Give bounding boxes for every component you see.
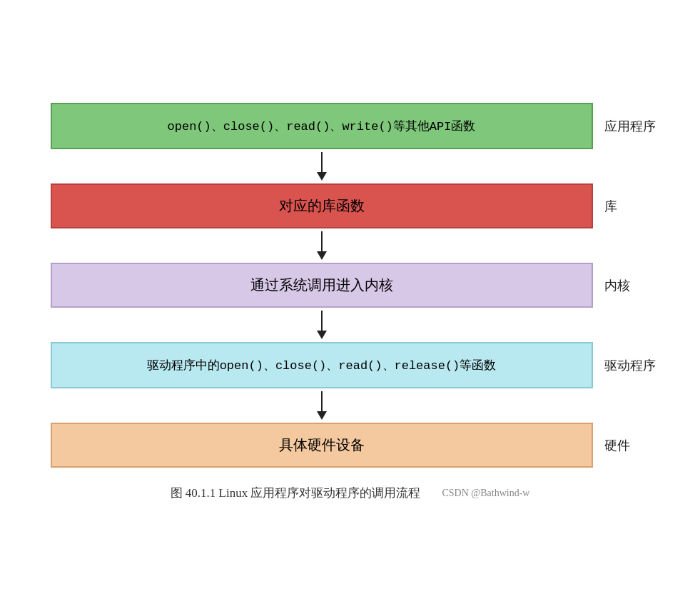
arrow-head-2 [317,251,327,260]
arrow-3 [29,308,671,342]
arrow-line-2 [321,231,323,251]
arrow-head-1 [317,172,327,181]
arrow-line-1 [321,152,323,172]
hardware-label: 硬件 [593,437,650,454]
hardware-box: 具体硬件设备 [51,423,593,468]
app-row: open()、close()、read()、write()等其他API函数 应用… [29,103,671,149]
arrow-2 [29,228,671,263]
arrow-line-4 [321,391,323,411]
arrow-head-3 [317,331,327,339]
caption-area: 图 40.1.1 Linux 应用程序对驱动程序的调用流程 CSDN @Bath… [171,485,530,501]
driver-label: 驱动程序 [593,357,650,374]
caption-row: 图 40.1.1 Linux 应用程序对驱动程序的调用流程 CSDN @Bath… [171,485,530,501]
app-label: 应用程序 [593,118,650,135]
arrow-down-3 [317,311,327,339]
arrow-line-3 [321,311,323,331]
arrow-1 [29,149,671,183]
caption-credit: CSDN @Bathwind-w [442,488,529,499]
lib-row: 对应的库函数 库 [29,183,671,228]
arrow-down-1 [317,152,327,181]
arrow-4 [29,388,671,423]
arrow-down-4 [317,391,327,420]
arrow-down-2 [317,231,327,260]
diagram-container: open()、close()、read()、write()等其他API函数 应用… [29,89,671,515]
kernel-label: 内核 [593,277,650,294]
kernel-box: 通过系统调用进入内核 [51,263,593,308]
kernel-row: 通过系统调用进入内核 内核 [29,263,671,308]
arrow-head-4 [317,411,327,420]
lib-label: 库 [593,198,650,215]
lib-box: 对应的库函数 [51,183,593,228]
driver-row: 驱动程序中的open()、close()、read()、release()等函数… [29,342,671,388]
driver-box: 驱动程序中的open()、close()、read()、release()等函数 [51,342,593,388]
app-box: open()、close()、read()、write()等其他API函数 [51,103,593,149]
caption-main: 图 40.1.1 Linux 应用程序对驱动程序的调用流程 [171,485,421,501]
hardware-row: 具体硬件设备 硬件 [29,423,671,468]
